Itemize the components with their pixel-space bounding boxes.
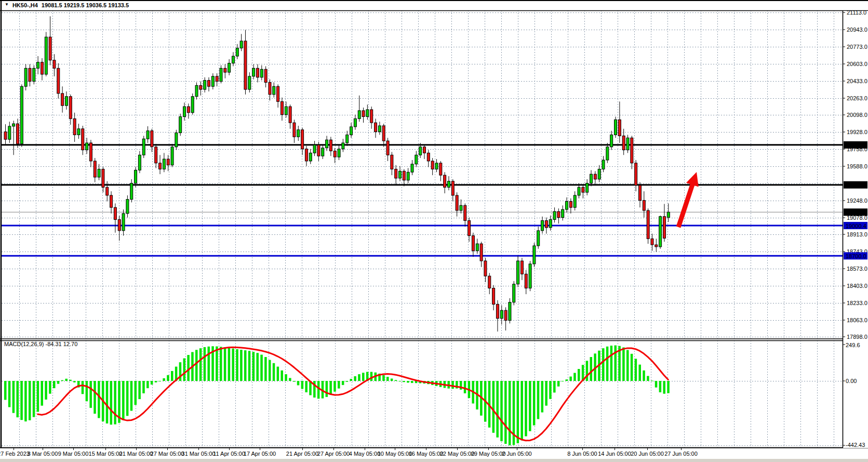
time-tick-label: 22 May 05:00 (440, 451, 475, 457)
time-tick-label: 27 Jun 05:00 (664, 451, 698, 457)
time-tick-label: 21 Mar 05:00 (119, 451, 153, 457)
price-badge-19133.5: 19133.5 (844, 208, 867, 216)
time-tick-label: 11 Apr 05:00 (213, 451, 245, 457)
svg-text:19403.8: 19403.8 (846, 182, 866, 188)
price-tick-label: 21113.0 (847, 9, 866, 16)
price-tick-label: 19248.0 (847, 197, 867, 204)
time-tick-label: 16 May 05:00 (409, 451, 444, 457)
time-tick-label: 9 Mar 05:00 (58, 451, 89, 457)
price-tick-label: 20603.0 (847, 61, 867, 67)
price-tick-label: 20943.0 (847, 27, 867, 33)
price-badge-18700.0: 18700.0 (844, 252, 867, 259)
chart-window: 21113.020943.020773.020603.020433.020263… (0, 0, 868, 462)
time-tick-label: 27 Apr 05:00 (317, 451, 350, 457)
time-tick-label: 14 Jun 05:00 (598, 451, 631, 457)
price-tick-label: 18403.0 (847, 283, 867, 289)
svg-text:19000.4: 19000.4 (846, 223, 866, 229)
time-tick-label: 2 Jun 05:00 (502, 451, 532, 457)
ohlc-readout: 19081.5 19219.5 19036.5 19133.5 (42, 2, 129, 8)
price-tick-label: 20773.0 (847, 44, 867, 50)
price-tick-label: 19928.0 (847, 129, 867, 135)
price-tick-label: 18063.0 (847, 317, 867, 323)
time-tick-label: 15 Mar 05:00 (89, 451, 123, 457)
time-tick-label: 27 Feb 2023 (0, 451, 30, 457)
price-tick-label: 18233.0 (847, 300, 867, 306)
price-badge-19000.4: 19000.4 (844, 222, 867, 229)
time-tick-label: 20 Jun 05:00 (631, 451, 664, 457)
svg-text:19133.5: 19133.5 (846, 209, 866, 216)
macd-tick-label: 249.6 (846, 342, 860, 348)
time-tick-label: 17 Apr 05:00 (244, 451, 276, 457)
price-badge-19800.0: 19800.0 (844, 141, 867, 149)
svg-text:18700.0: 18700.0 (846, 253, 866, 259)
time-tick-label: 10 May 05:00 (378, 451, 412, 457)
price-tick-label: 20433.0 (847, 78, 867, 84)
time-tick-label: 8 Jun 05:00 (567, 451, 597, 457)
time-tick-label: 3 Mar 05:00 (28, 451, 58, 457)
price-badge-19403.8: 19403.8 (844, 181, 867, 189)
collapse-icon[interactable]: ▼ (5, 2, 9, 7)
time-tick-label: 4 May 05:00 (349, 451, 381, 457)
macd-tick-label: 0.00 (846, 378, 857, 384)
macd-indicator-label: MACD(12,26,9) -84.31 12.70 (4, 341, 77, 347)
time-tick-label: 21 Apr 05:00 (286, 451, 318, 457)
price-tick-label: 18573.0 (847, 266, 867, 272)
svg-text:19800.0: 19800.0 (846, 142, 866, 148)
price-tick-label: 19588.0 (847, 163, 867, 169)
price-axis[interactable]: 21113.020943.020773.020603.020433.020263… (843, 9, 868, 448)
price-chart-canvas[interactable]: 21113.020943.020773.020603.020433.020263… (0, 0, 868, 462)
time-tick-label: 31 Mar 05:00 (182, 451, 216, 457)
chart-titlebar[interactable]: ▼ HK50-,H4 19081.5 19219.5 19036.5 19133… (0, 0, 868, 10)
price-tick-label: 17898.0 (847, 334, 867, 340)
window-bottom-strip (0, 459, 868, 462)
price-tick-label: 20098.0 (847, 112, 867, 118)
price-tick-label: 18913.0 (847, 231, 867, 237)
macd-tick-label: -442.43 (846, 442, 865, 448)
price-tick-label: 20263.0 (847, 95, 867, 101)
time-tick-label: 27 Mar 05:00 (151, 451, 184, 457)
symbol-period-label: HK50-,H4 (12, 2, 38, 8)
time-tick-label: 29 May 05:00 (471, 451, 506, 457)
